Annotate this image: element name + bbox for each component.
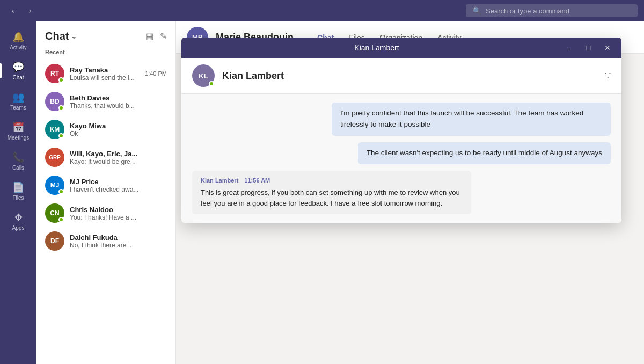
sidebar-label-meetings: Meetings [8, 135, 30, 141]
chat-info: Beth Davies Thanks, that would b... [70, 94, 167, 110]
contact-name: Will, Kayo, Eric, Ja... [70, 150, 167, 158]
chat-info: Kayo Miwa Ok [70, 122, 167, 137]
calls-icon: 📞 [12, 151, 24, 163]
message-bubble: The client wasn't expecting us to be rea… [358, 142, 611, 164]
popup-header: KL Kian Lambert ∵ [181, 58, 621, 94]
chat-info: Chris Naidoo You: Thanks! Have a ... [70, 206, 167, 221]
chat-list-panel: Chat ⌄ ▦ ✎ Recent RT Ray Tanaka Louisa w… [36, 21, 176, 364]
sidebar-item-files[interactable]: 📄 Files [0, 176, 36, 206]
minimize-button[interactable]: − [564, 42, 574, 53]
list-item[interactable]: DF Daichi Fukuda No, I think there are .… [36, 227, 175, 255]
apps-icon: ✥ [14, 212, 23, 223]
title-bar: ‹ › 🔍 [0, 0, 644, 21]
list-item[interactable]: RT Ray Tanaka Louisa will send the i... … [36, 60, 175, 88]
activity-icon: 🔔 [12, 31, 24, 43]
nav-arrows: ‹ › [6, 4, 36, 17]
sidebar-label-teams: Teams [10, 105, 26, 111]
message-preview: Kayo: It would be gre... [70, 158, 167, 165]
search-input[interactable] [486, 7, 631, 15]
chat-list-header: Chat ⌄ ▦ ✎ [36, 21, 175, 47]
popup-header-icons: ∵ [605, 70, 611, 82]
list-item[interactable]: MJ MJ Price I haven't checked awa... [36, 171, 175, 199]
sidebar-label-chat: Chat [12, 75, 24, 81]
sidebar-label-activity: Activity [10, 45, 27, 50]
popup-window: Kian Lambert − □ ✕ KL Kian Lambert ∵ [181, 38, 621, 223]
online-indicator [209, 81, 214, 86]
message-preview: Thanks, that would b... [70, 102, 167, 110]
online-indicator [58, 133, 64, 139]
chat-title-text: Chat [45, 30, 69, 42]
search-bar[interactable]: 🔍 [466, 4, 638, 17]
chat-info: MJ Price I haven't checked awa... [70, 178, 167, 193]
chat-icon: 💬 [12, 61, 24, 73]
chevron-down-icon[interactable]: ⌄ [71, 32, 77, 40]
message-preview: Louisa will send the i... [70, 74, 140, 82]
avatar-wrap: CN [45, 203, 64, 223]
sidebar-item-calls[interactable]: 📞 Calls [0, 146, 36, 176]
contact-name: MJ Price [70, 178, 167, 186]
avatar: DF [45, 231, 64, 251]
avatar-wrap: RT [45, 64, 64, 83]
sidebar-item-meetings[interactable]: 📅 Meetings [0, 116, 36, 146]
popup-titlebar: Kian Lambert − □ ✕ [181, 38, 621, 58]
contact-name: Kayo Miwa [70, 122, 167, 130]
contact-name: Beth Davies [70, 94, 167, 102]
popup-title: Kian Lambert [190, 43, 564, 52]
list-item[interactable]: CN Chris Naidoo You: Thanks! Have a ... [36, 199, 175, 227]
sidebar-item-activity[interactable]: 🔔 Activity [0, 26, 36, 56]
popup-controls: − □ ✕ [564, 42, 613, 53]
message-preview: Ok [70, 130, 167, 137]
chat-panel-title: Chat ⌄ [45, 30, 77, 42]
maximize-button[interactable]: □ [583, 42, 594, 53]
quoted-message: Kian Lambert 11:56 AM This is great prog… [192, 171, 471, 214]
teams-icon: 👥 [12, 91, 24, 103]
main-layout: 🔔 Activity 💬 Chat 👥 Teams 📅 Meetings 📞 C… [0, 21, 644, 364]
close-button[interactable]: ✕ [602, 42, 613, 53]
recent-label: Recent [36, 47, 175, 60]
meetings-icon: 📅 [12, 121, 24, 133]
message-time: 1:40 PM [145, 70, 167, 77]
chat-items: RT Ray Tanaka Louisa will send the i... … [36, 60, 175, 364]
message-preview: I haven't checked awa... [70, 186, 167, 193]
online-indicator [58, 217, 64, 222]
avatar-wrap: BD [45, 92, 64, 111]
online-indicator [58, 77, 64, 83]
back-button[interactable]: ‹ [6, 4, 19, 17]
quoted-text: This is great progress, if you both can … [201, 187, 463, 209]
forward-button[interactable]: › [24, 4, 36, 17]
new-chat-button[interactable]: ✎ [160, 31, 167, 41]
sidebar-item-apps[interactable]: ✥ Apps [0, 206, 36, 236]
avatar: GRP [45, 148, 64, 167]
online-indicator [58, 105, 64, 111]
files-icon: 📄 [12, 181, 24, 193]
chat-info: Will, Kayo, Eric, Ja... Kayo: It would b… [70, 150, 167, 165]
contact-name: Daichi Fukuda [70, 234, 167, 242]
avatar-wrap: KM [45, 120, 64, 139]
list-item[interactable]: GRP Will, Kayo, Eric, Ja... Kayo: It wou… [36, 143, 175, 171]
popup-messages: I'm pretty confident that this launch wi… [181, 94, 621, 223]
online-indicator [58, 189, 64, 194]
message-preview: You: Thanks! Have a ... [70, 214, 167, 221]
contact-name: Chris Naidoo [70, 206, 167, 214]
more-options-button[interactable]: ∵ [605, 70, 611, 82]
contact-name: Ray Tanaka [70, 66, 140, 74]
message-bubble: I'm pretty confident that this launch wi… [332, 103, 611, 136]
sidebar-label-files: Files [12, 195, 24, 201]
sidebar-item-chat[interactable]: 💬 Chat [0, 56, 36, 86]
sidebar-item-teams[interactable]: 👥 Teams [0, 86, 36, 116]
sidebar-label-calls: Calls [12, 165, 24, 171]
avatar-wrap: KL [192, 64, 215, 87]
quoted-sender: Kian Lambert 11:56 AM [201, 176, 463, 185]
search-icon: 🔍 [472, 6, 481, 15]
avatar-wrap: MJ [45, 176, 64, 195]
avatar-wrap: GRP [45, 148, 64, 167]
sidebar-label-apps: Apps [12, 225, 25, 231]
message-preview: No, I think there are ... [70, 242, 167, 249]
avatar-wrap: DF [45, 231, 64, 251]
chat-main: MB Marie Beaudouin Chat Files Organizati… [176, 21, 644, 364]
chat-info: Daichi Fukuda No, I think there are ... [70, 234, 167, 249]
filter-button[interactable]: ▦ [145, 31, 153, 41]
list-item[interactable]: BD Beth Davies Thanks, that would b... [36, 88, 175, 115]
list-item[interactable]: KM Kayo Miwa Ok [36, 115, 175, 143]
chat-info: Ray Tanaka Louisa will send the i... [70, 66, 140, 82]
